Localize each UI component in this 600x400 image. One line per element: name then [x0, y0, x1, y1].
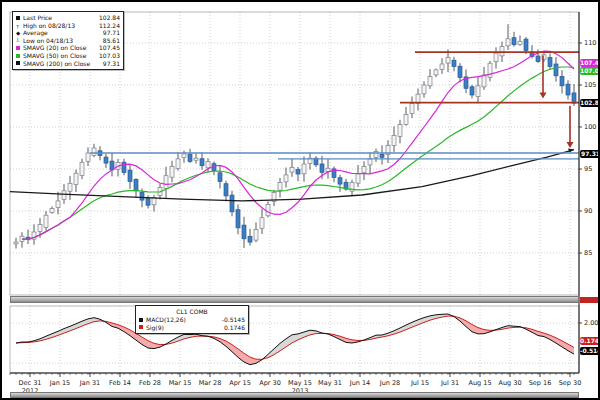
macd-legend-row-marker-icon	[139, 317, 146, 323]
price-legend-row-marker-icon: ◆	[16, 30, 23, 36]
svg-text:Apr 30: Apr 30	[259, 379, 281, 387]
price-legend-row-value: 107.03	[99, 52, 120, 60]
price-legend-row: SMAVG (200) on Close97.31	[16, 60, 120, 68]
svg-text:Jul 31: Jul 31	[440, 379, 459, 387]
svg-text:Apr 15: Apr 15	[229, 379, 251, 387]
price-legend-row-marker-icon: ┬	[16, 22, 23, 28]
svg-text:May 15: May 15	[288, 379, 312, 387]
svg-text:Dec 31: Dec 31	[19, 379, 42, 387]
svg-text:Jun 28: Jun 28	[379, 379, 401, 387]
svg-text:Feb 28: Feb 28	[139, 379, 161, 387]
price-legend-row-value: 107.45	[99, 44, 120, 52]
macd-legend-row-label: Sig(9)	[146, 324, 224, 332]
macd-indicator-legend: CL1 COMB MACD(12,26)-0.5145Sig(9)0.1746	[135, 305, 249, 334]
macd-value-badge: -0.5145	[580, 347, 600, 355]
signal-value-badge: 0.1746	[580, 337, 600, 345]
svg-text:Aug 15: Aug 15	[468, 379, 491, 387]
macd-legend-row-value: 0.1746	[224, 324, 245, 332]
price-legend-row: Last Price102.84	[16, 14, 120, 22]
price-legend-row-marker-icon	[16, 60, 23, 66]
svg-text:Jan 31: Jan 31	[79, 379, 100, 387]
macd-legend-title: CL1 COMB	[139, 308, 245, 316]
svg-text:Jul 15: Jul 15	[410, 379, 429, 387]
price-legend-row: ◆Average97.71	[16, 29, 120, 37]
price-legend-row-marker-icon	[16, 15, 23, 21]
macd-legend-row-marker-icon	[139, 324, 146, 330]
price-legend-row-label: SMAVG (20) on Close	[23, 44, 99, 52]
svg-text:95: 95	[584, 165, 592, 173]
price-legend-rows: Last Price102.84┬High on 08/28/13112.24◆…	[16, 14, 120, 67]
macd-legend-row: Sig(9)0.1746	[139, 324, 245, 332]
macd-legend-row: MACD(12,26)-0.5145	[139, 316, 245, 324]
svg-text:Feb 14: Feb 14	[109, 379, 131, 387]
price-legend-row-value: 112.24	[99, 22, 120, 30]
svg-text:Jun 14: Jun 14	[349, 379, 371, 387]
svg-text:Jan 15: Jan 15	[49, 379, 70, 387]
svg-text:2.00: 2.00	[584, 319, 598, 327]
svg-text:85: 85	[584, 249, 592, 257]
price-legend-row-label: SMAVG (200) on Close	[23, 60, 103, 68]
price-legend-row-label: Average	[23, 29, 103, 37]
price-legend-row-marker-icon	[16, 53, 23, 59]
svg-text:Sep 30: Sep 30	[559, 379, 582, 387]
sma20-badge: 107.45	[580, 59, 600, 67]
price-legend-row-label: Last Price	[23, 14, 99, 22]
svg-text:May 31: May 31	[318, 379, 342, 387]
price-legend-row-value: 97.31	[103, 60, 120, 68]
panel-divider-scrollbar[interactable]	[10, 296, 579, 303]
price-legend-row: ┬High on 08/28/13112.24	[16, 22, 120, 30]
sma200-badge: 97.31	[580, 150, 600, 158]
svg-text:90: 90	[584, 207, 592, 215]
price-legend-row-label: High on 08/28/13	[23, 22, 99, 30]
svg-text:105: 105	[584, 81, 596, 89]
svg-text:100: 100	[584, 123, 596, 131]
macd-legend-row-value: -0.5145	[222, 316, 245, 324]
price-legend-row-marker-icon: ┴	[16, 38, 23, 44]
svg-text:Mar 15: Mar 15	[169, 379, 192, 387]
last-price-badge: 102.84	[580, 99, 600, 107]
macd-legend-rows: MACD(12,26)-0.5145Sig(9)0.1746	[139, 316, 245, 331]
divider-red-marker	[580, 297, 599, 303]
price-legend-row: SMAVG (20) on Close107.45	[16, 44, 120, 52]
price-legend-row-marker-icon	[16, 45, 23, 51]
svg-text:Aug 30: Aug 30	[498, 379, 521, 387]
price-legend-row-label: Low on 04/18/13	[23, 37, 103, 45]
svg-text:110: 110	[584, 39, 596, 47]
price-legend-row: ┴Low on 04/18/1385.61	[16, 37, 120, 45]
price-legend-row-value: 85.61	[103, 37, 120, 45]
bottom-scrollbar[interactable]	[10, 392, 579, 398]
y-axis-labels: 1101051009590852.00	[579, 39, 598, 327]
svg-text:Mar 28: Mar 28	[199, 379, 222, 387]
price-legend-row: SMAVG (50) on Close107.03	[16, 52, 120, 60]
svg-text:Sep 16: Sep 16	[529, 379, 552, 387]
macd-legend-row-label: MACD(12,26)	[146, 316, 222, 324]
price-legend-row-label: SMAVG (50) on Close	[23, 52, 99, 60]
price-legend: Last Price102.84┬High on 08/28/13112.24◆…	[12, 11, 124, 70]
price-legend-row-value: 102.84	[99, 14, 120, 22]
price-legend-row-value: 97.71	[103, 29, 120, 37]
sma50-badge: 107.03	[580, 67, 600, 75]
bloomberg-price-chart-window: Dec 312012Jan 15Jan 31Feb 14Feb 28Mar 15…	[0, 0, 600, 400]
